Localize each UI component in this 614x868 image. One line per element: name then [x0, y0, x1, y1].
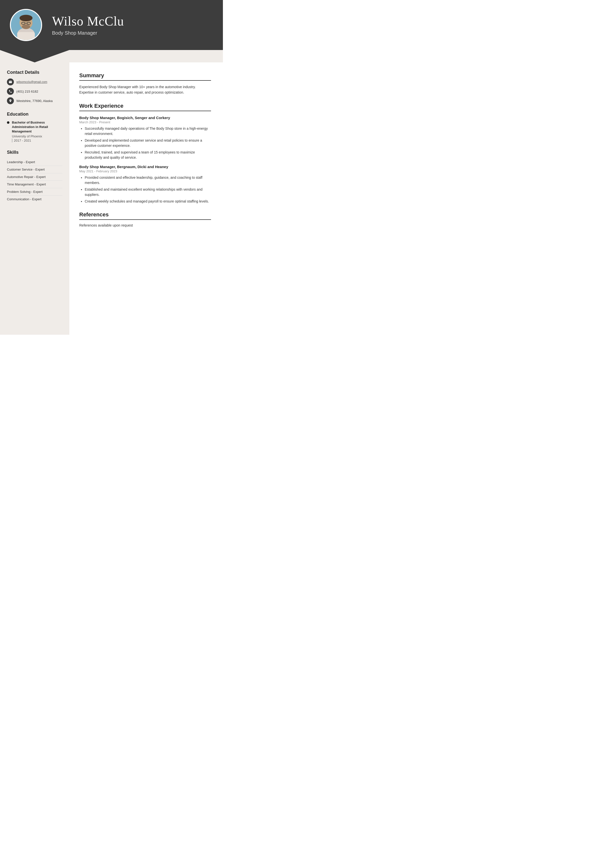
summary-text: Experienced Body Shop Manager with 10+ y…: [79, 84, 211, 95]
location-icon: [7, 97, 14, 104]
email-text[interactable]: wilsomcclu@gmail.com: [16, 80, 47, 84]
person-title: Body Shop Manager: [52, 30, 124, 36]
main-content: Summary Experienced Body Shop Manager wi…: [69, 62, 223, 335]
svg-point-3: [20, 15, 33, 21]
email-icon: [7, 79, 14, 85]
job-bullet: Provided consistent and effective leader…: [85, 175, 211, 186]
job-bullet: Established and maintained excellent wor…: [85, 187, 211, 197]
email-item: wilsomcclu@gmail.com: [7, 79, 62, 85]
job-title-2: Body Shop Manager, Bergnaum, Dicki and H…: [79, 164, 211, 169]
skills-section-title: Skills: [7, 150, 62, 155]
job-bullet: Recruited, trained, and supervised a tea…: [85, 150, 211, 160]
references-section-title: References: [79, 211, 211, 220]
job-bullet: Developed and implemented customer servi…: [85, 138, 211, 148]
contact-section-title: Contact Details: [7, 70, 62, 75]
edu-degree: Bachelor of Business Administration in R…: [12, 120, 62, 134]
location-text: Westshire, 77690, Alaska: [16, 99, 53, 103]
job-date-2: May 2021 - February 2023: [79, 169, 211, 173]
phone-icon: [7, 88, 14, 95]
references-text: References available upon request: [79, 223, 211, 227]
job-bullets-1: Successfully managed daily operations of…: [84, 126, 211, 160]
person-name: Wilso McClu: [52, 14, 124, 28]
location-item: Westshire, 77690, Alaska: [7, 97, 62, 104]
edu-dot: [7, 121, 9, 124]
education-section-title: Education: [7, 112, 62, 117]
job-bullets-2: Provided consistent and effective leader…: [84, 175, 211, 204]
sidebar: Contact Details wilsomcclu@gmail.com (40…: [0, 62, 69, 335]
skill-item: Automotive Repair - Expert: [7, 173, 62, 181]
skill-item: Leadership - Expert: [7, 158, 62, 166]
job-bullet: Created weekly schedules and managed pay…: [85, 199, 211, 204]
job-bullet: Successfully managed daily operations of…: [85, 126, 211, 136]
chevron-shape: [0, 50, 69, 62]
phone-item: (401) 215 6182: [7, 88, 62, 95]
job-date-1: March 2023 - Present: [79, 120, 211, 124]
avatar: [10, 9, 42, 41]
skill-item: Customer Service - Expert: [7, 166, 62, 173]
svg-rect-8: [17, 32, 35, 40]
body-layout: Contact Details wilsomcclu@gmail.com (40…: [0, 62, 223, 335]
skill-item: Communication - Expert: [7, 195, 62, 203]
edu-school: University of Phoenix: [12, 135, 62, 138]
phone-text: (401) 215 6182: [16, 90, 38, 93]
chevron-area: [0, 50, 223, 62]
skill-item: Time Management - Expert: [7, 181, 62, 188]
education-item: Bachelor of Business Administration in R…: [7, 120, 62, 143]
resume-header: Wilso McClu Body Shop Manager: [0, 0, 223, 50]
svg-point-7: [22, 24, 30, 29]
skill-item: Problem Solving - Expert: [7, 188, 62, 195]
summary-section-title: Summary: [79, 72, 211, 81]
edu-years: 2017 - 2021: [12, 139, 62, 143]
header-text-block: Wilso McClu Body Shop Manager: [52, 14, 124, 36]
edu-content: Bachelor of Business Administration in R…: [12, 120, 62, 143]
work-section-title: Work Experience: [79, 103, 211, 111]
job-title-1: Body Shop Manager, Bogisich, Senger and …: [79, 116, 211, 120]
